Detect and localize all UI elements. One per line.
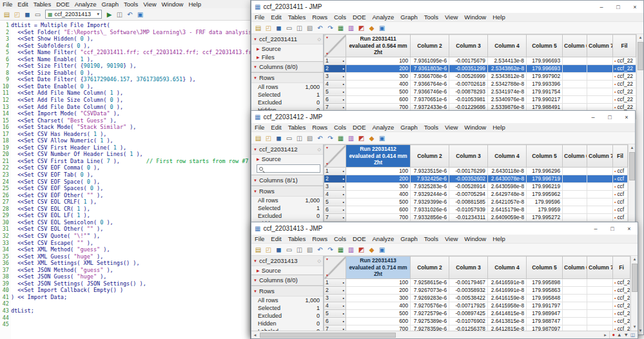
redo-icon[interactable]: ↷ xyxy=(326,23,335,33)
file-name-cell[interactable]: •ccf xyxy=(613,198,628,206)
row-state-marker-icon[interactable]: • xyxy=(343,280,344,285)
data-cell[interactable] xyxy=(587,302,613,309)
data-cell[interactable]: -0.00717925 xyxy=(449,302,488,309)
data-cell[interactable] xyxy=(563,182,587,190)
menu-analyze[interactable]: Analyze xyxy=(369,124,398,131)
scroll-down-icon[interactable]: ▼ xyxy=(631,324,638,331)
row-header[interactable]: 7• xyxy=(324,213,346,221)
red-triangle-icon[interactable]: ▶ xyxy=(257,46,260,51)
row-state-marker-icon[interactable]: • xyxy=(343,66,344,71)
row-state-marker-icon[interactable]: • xyxy=(343,97,344,102)
data-cell[interactable]: 179.995272 xyxy=(527,213,563,221)
row-header[interactable]: 6• xyxy=(324,317,346,325)
tables-icon[interactable]: ▦ xyxy=(336,245,346,255)
row-state-marker-icon[interactable]: • xyxy=(343,105,344,110)
data-cell[interactable]: -0.00702618 xyxy=(449,80,488,88)
data-cell[interactable] xyxy=(587,167,613,175)
data-cell[interactable]: -0.00528914 xyxy=(449,182,488,190)
paste-icon[interactable]: ▧ xyxy=(305,23,315,33)
menu-file[interactable]: File xyxy=(251,124,268,131)
data-cell[interactable] xyxy=(563,317,587,325)
table-selector-combobox[interactable]: ▦ ccf_22031413 ▾ xyxy=(45,10,102,19)
data-cell[interactable]: 2.6416991e-8 xyxy=(488,286,527,294)
data-cell[interactable]: 7.9366764e-6 xyxy=(411,80,449,88)
title-bar[interactable]: ▦ ccf_22031412 - JMP – □ × xyxy=(251,111,635,123)
rows-stat-all-rows[interactable]: All rows1,000 xyxy=(251,197,323,204)
row-header[interactable]: 7• xyxy=(324,325,346,331)
data-cell[interactable]: 7.9258615e-6 xyxy=(411,278,449,286)
data-cell[interactable]: 300 xyxy=(346,182,411,190)
table-row[interactable]: 3• 3007.9366708e-6-0.005269992.5343812e-… xyxy=(324,72,636,80)
data-cell[interactable]: -0.00878293 xyxy=(449,88,488,95)
paste-icon[interactable]: ▧ xyxy=(305,245,315,255)
minimize-button[interactable]: – xyxy=(585,111,601,123)
menu-view[interactable]: View xyxy=(141,1,159,8)
file-name-cell[interactable]: •ccf_2 xyxy=(613,294,630,302)
data-cell[interactable]: 2.6409059e-8 xyxy=(488,213,527,221)
tables-icon[interactable]: ▦ xyxy=(336,133,346,143)
red-triangle-icon[interactable]: ▼ xyxy=(253,65,257,69)
table-row[interactable]: 4• 4007.9270576e-6-0.007179252.6415958e-… xyxy=(324,302,630,309)
data-cell[interactable] xyxy=(587,206,613,213)
menu-edit[interactable]: Edit xyxy=(15,1,30,8)
menu-window[interactable]: Window xyxy=(159,1,186,8)
table-row[interactable]: 3• 3007.9269283e-6-0.005384222.6416159e-… xyxy=(324,294,630,302)
data-cell[interactable]: 179.987097 xyxy=(527,325,563,331)
minimize-button[interactable]: – xyxy=(593,1,610,13)
data-cell[interactable] xyxy=(563,309,587,317)
data-cell[interactable]: 2.6415958e-8 xyxy=(488,302,527,309)
scroll-thumb[interactable] xyxy=(260,333,396,338)
column-header-column-5[interactable]: Column 5 xyxy=(527,35,563,57)
data-cell[interactable]: -0.00352602 xyxy=(449,175,488,182)
file-name-cell[interactable]: •ccf_22 xyxy=(613,64,636,72)
data-cell[interactable]: 500 xyxy=(346,198,411,206)
panel-item-files[interactable]: ▶Files xyxy=(251,53,323,61)
copy-icon[interactable]: ◫ xyxy=(295,133,304,143)
column-header-file[interactable]: Fil xyxy=(613,145,628,168)
data-cell[interactable]: 2.6429748e-8 xyxy=(488,190,527,198)
data-cell[interactable] xyxy=(587,64,613,72)
graph-icon[interactable]: ◩ xyxy=(356,133,366,143)
menu-view[interactable]: View xyxy=(442,14,461,21)
data-cell[interactable]: 7.9270576e-6 xyxy=(411,302,449,309)
scroll-up-icon[interactable]: ▲ xyxy=(617,332,621,338)
menu-window[interactable]: Window xyxy=(461,235,489,242)
data-cell[interactable] xyxy=(587,95,613,103)
rows-stat-selected[interactable]: Selected1 xyxy=(251,304,323,312)
data-cell[interactable]: -0.00176299 xyxy=(449,167,488,175)
row-state-marker-icon[interactable]: • xyxy=(343,59,344,63)
data-cell[interactable]: 400 xyxy=(346,80,411,88)
script-code-area[interactable]: 1234567891011121314151617181920212223242… xyxy=(0,21,250,339)
menu-analyze[interactable]: Analyze xyxy=(369,14,398,21)
table-panel-header[interactable]: ▼ccf_22031413◇ xyxy=(251,256,323,266)
table-row[interactable]: 1• 1007.9323515e-6-0.001762992.6430118e-… xyxy=(324,167,628,175)
rows-stat-selected[interactable]: Selected1 xyxy=(251,91,323,99)
table-row[interactable]: 2• 2007.9361803e-6-0.003512992.5343862e-… xyxy=(324,64,636,72)
data-cell[interactable]: 200 xyxy=(346,175,411,182)
data-cell[interactable]: 600 xyxy=(346,317,411,325)
red-triangle-icon[interactable]: ▼ xyxy=(253,148,257,151)
maximize-button[interactable]: □ xyxy=(604,222,621,235)
data-cell[interactable]: 179.989947 xyxy=(527,309,563,317)
file-name-cell[interactable]: •ccf_2 xyxy=(613,309,630,317)
row-header[interactable]: 6• xyxy=(324,206,346,213)
menu-help[interactable]: Help xyxy=(489,14,509,21)
menu-edit[interactable]: Edit xyxy=(268,14,284,21)
data-cell[interactable] xyxy=(563,95,587,103)
data-cell[interactable]: 179.997902 xyxy=(527,72,563,80)
row-state-marker-icon[interactable]: • xyxy=(343,288,344,293)
red-triangle-icon[interactable]: ▼ xyxy=(253,37,257,41)
red-triangle-icon[interactable]: ▼ xyxy=(326,162,329,166)
grid-corner[interactable]: ▼▼ xyxy=(324,145,346,168)
row-header[interactable]: 1• xyxy=(324,278,346,286)
menu-doe[interactable]: DOE xyxy=(349,235,369,242)
data-cell[interactable]: 500 xyxy=(346,309,411,317)
data-cell[interactable] xyxy=(563,325,587,331)
row-header[interactable]: 1• xyxy=(324,57,346,64)
data-cell[interactable]: 200 xyxy=(346,64,411,72)
data-cell[interactable]: 7.9323515e-6 xyxy=(411,167,449,175)
menu-graph[interactable]: Graph xyxy=(397,235,420,242)
column-header-column-2[interactable]: Column 2 xyxy=(411,35,449,57)
row-header[interactable]: 5• xyxy=(324,88,346,95)
data-cell[interactable]: 300 xyxy=(346,294,411,302)
